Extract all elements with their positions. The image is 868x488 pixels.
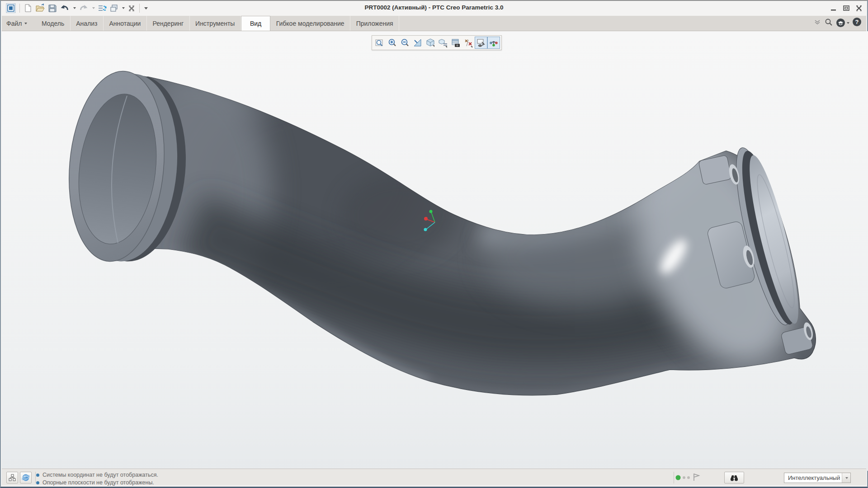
new-file-button[interactable] — [22, 3, 34, 14]
open-folder-icon — [35, 4, 45, 13]
globe-icon — [21, 473, 30, 482]
saved-orientations-icon — [438, 38, 448, 48]
search-button[interactable] — [824, 18, 833, 28]
minimize-button[interactable] — [830, 5, 837, 12]
tab-flexible-modeling[interactable]: Гибкое моделирование — [270, 16, 350, 31]
refit-button[interactable] — [411, 37, 424, 49]
undo-button[interactable] — [58, 3, 71, 14]
status-message-2: Опорные плоскости не будут отображены. — [36, 479, 154, 486]
status-dot-icon — [675, 474, 693, 481]
search-icon — [824, 18, 833, 27]
save-button[interactable] — [47, 3, 58, 14]
tab-file[interactable]: Файл — [2, 16, 32, 31]
quick-access-toolbar — [5, 3, 149, 14]
dropdown-arrow-icon — [73, 7, 76, 9]
close-button[interactable] — [855, 5, 863, 12]
svg-text:?: ? — [855, 19, 859, 25]
annotation-display-icon — [476, 38, 486, 48]
spin-center-icon — [489, 38, 499, 48]
maximize-icon — [843, 5, 850, 12]
regenerate-icon — [98, 4, 107, 13]
find-button[interactable] — [724, 472, 744, 483]
zoom-region-icon — [375, 38, 385, 48]
dropdown-arrow-icon — [92, 7, 95, 9]
binoculars-icon — [729, 474, 740, 482]
redo-button[interactable] — [77, 3, 90, 14]
view-manager-button[interactable] — [449, 37, 462, 49]
graphics-area[interactable] — [1, 1, 868, 488]
save-floppy-icon — [48, 4, 57, 13]
browser-toggle-button[interactable] — [20, 472, 32, 483]
toolbar-separator — [139, 4, 140, 13]
chevron-down-icon — [813, 18, 821, 26]
dropdown-arrow-icon — [144, 7, 148, 9]
zoom-region-button[interactable] — [373, 37, 386, 49]
tab-analysis[interactable]: Анализ — [71, 16, 104, 31]
regenerate-button[interactable] — [96, 3, 108, 14]
tab-annotations[interactable]: Аннотации — [104, 16, 147, 31]
redo-icon — [79, 4, 89, 12]
close-window-icon — [127, 4, 136, 12]
undo-icon — [60, 4, 70, 12]
status-bar: Системы координат не будут отображаться.… — [2, 469, 866, 485]
app-menu-button[interactable] — [5, 3, 17, 14]
dropdown-arrow-icon — [847, 22, 849, 24]
combobox-arrow-button[interactable] — [842, 473, 850, 483]
message-bullet-icon — [36, 474, 39, 477]
toolbar-separator — [19, 4, 20, 13]
status-message-1: Системы координат не будут отображаться. — [36, 472, 158, 478]
windows-cascade-icon — [109, 4, 118, 13]
ribbon-tab-bar: Файл Модель Анализ Аннотации Рендеринг И… — [2, 16, 866, 31]
tab-tools[interactable]: Инструменты — [190, 16, 241, 31]
windows-button[interactable] — [108, 3, 120, 14]
shaded-cube-icon — [425, 38, 435, 48]
collapse-ribbon-button[interactable] — [813, 18, 821, 28]
display-style-button[interactable] — [424, 37, 437, 49]
help-icon: ? — [852, 17, 862, 27]
maximize-button[interactable] — [843, 5, 850, 12]
zoom-out-icon — [400, 38, 410, 48]
help-button[interactable]: ? — [852, 17, 862, 28]
learning-connector-icon — [836, 18, 845, 28]
app-window: PRT0002 (Активный) - PTC Creo Parametric… — [0, 0, 868, 488]
selection-filter-value: Интеллектуальный — [784, 474, 842, 481]
redo-dropdown[interactable] — [90, 3, 96, 14]
model-tree-icon — [8, 474, 16, 482]
dropdown-arrow-icon — [122, 7, 125, 9]
tab-view[interactable]: Вид — [241, 16, 270, 31]
in-graphics-toolbar — [372, 35, 502, 50]
zoom-in-button[interactable] — [386, 37, 399, 49]
tab-applications[interactable]: Приложения — [350, 16, 399, 31]
app-icon — [6, 3, 16, 13]
undo-dropdown[interactable] — [71, 3, 77, 14]
model-tree-toggle-button[interactable] — [6, 472, 18, 483]
spin-center-button[interactable] — [487, 37, 500, 49]
window-controls — [830, 5, 863, 12]
open-file-button[interactable] — [34, 3, 47, 14]
selection-filter-combobox[interactable]: Интеллектуальный — [784, 473, 851, 483]
flag-icon[interactable] — [693, 473, 701, 482]
message-bullet-icon — [36, 481, 39, 484]
close-icon — [855, 5, 863, 12]
refit-icon — [413, 38, 423, 48]
learning-connector-button[interactable] — [836, 18, 849, 28]
close-window-button[interactable] — [126, 3, 137, 14]
new-file-icon — [24, 4, 33, 13]
saved-orientations-button[interactable] — [437, 37, 449, 49]
windows-dropdown[interactable] — [120, 3, 126, 14]
view-manager-icon — [451, 38, 461, 48]
annotation-display-button[interactable] — [475, 37, 487, 49]
tab-model[interactable]: Модель — [36, 16, 70, 31]
datum-display-filters-button[interactable] — [462, 37, 475, 49]
datum-display-icon — [463, 38, 473, 48]
minimize-icon — [830, 5, 837, 12]
ribbon-right-icons: ? — [813, 17, 862, 28]
zoom-out-button[interactable] — [399, 37, 411, 49]
zoom-in-icon — [387, 38, 397, 48]
customize-toolbar-dropdown[interactable] — [142, 3, 149, 14]
tab-rendering[interactable]: Рендеринг — [147, 16, 190, 31]
